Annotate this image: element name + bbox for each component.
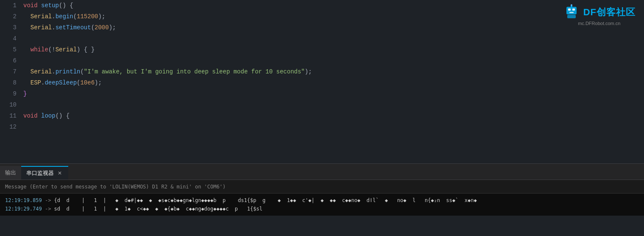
logo-subtitle: mc.DFRobot.com.cn <box>578 21 620 26</box>
svg-rect-3 <box>569 12 574 13</box>
tab-serial-label: 串口监视器 <box>26 169 54 177</box>
code-line: 7 Serial.println("I'm awake, but I'm goi… <box>0 66 644 77</box>
svg-rect-1 <box>568 8 571 11</box>
logo-text: DF创客社区 <box>583 6 636 19</box>
svg-point-5 <box>571 4 572 6</box>
logo-area: DF创客社区 mc.DFRobot.com.cn <box>563 4 636 26</box>
tab-output-label: 输出 <box>5 169 16 177</box>
terminal-line-2: 12:19:29.749 -> sd d | 1 | ◆ 1◆ c<◆◆ ◆ ◆… <box>5 205 639 213</box>
code-line: 5 while(!Serial) { } <box>0 44 644 55</box>
svg-rect-2 <box>572 8 575 11</box>
tab-bar: 输出 串口监视器 ✕ <box>0 163 644 180</box>
terminal-line-1: 12:19:19.859 -> {d d | 1 | ◆ d◆#|◆◆ ◆ ◆s… <box>5 196 639 205</box>
code-line: 2 Serial.begin(115200); <box>0 11 644 22</box>
code-line: 8 ESP.deepSleep(10e6); <box>0 77 644 88</box>
code-line: 6 <box>0 55 644 66</box>
code-line: 3 Serial.setTimeout(2000); <box>0 22 644 33</box>
code-editor: DF创客社区 mc.DFRobot.com.cn 1 void setup() … <box>0 0 644 163</box>
terminal-area: Message (Enter to send message to 'LOLIN… <box>0 180 644 216</box>
terminal-output: 12:19:19.859 -> {d d | 1 | ◆ d◆#|◆◆ ◆ ◆s… <box>0 194 644 216</box>
code-line: 10 <box>0 99 644 110</box>
code-line: 12 <box>0 121 644 132</box>
svg-rect-0 <box>566 7 577 14</box>
message-bar: Message (Enter to send message to 'LOLIN… <box>0 180 644 194</box>
message-placeholder-text: Message (Enter to send message to 'LOLIN… <box>5 184 226 190</box>
tab-serial-monitor[interactable]: 串口监视器 ✕ <box>21 166 68 180</box>
tab-close-icon[interactable]: ✕ <box>56 170 63 177</box>
code-line: 4 <box>0 33 644 44</box>
dfrobot-logo-icon <box>563 4 580 19</box>
code-lines: 1 void setup() { 2 Serial.begin(115200);… <box>0 0 644 132</box>
code-line: 9 } <box>0 88 644 99</box>
svg-rect-6 <box>567 15 576 18</box>
tab-output[interactable]: 输出 <box>0 166 21 180</box>
code-line: 1 void setup() { <box>0 0 644 11</box>
code-line: 11 void loop() { <box>0 110 644 121</box>
